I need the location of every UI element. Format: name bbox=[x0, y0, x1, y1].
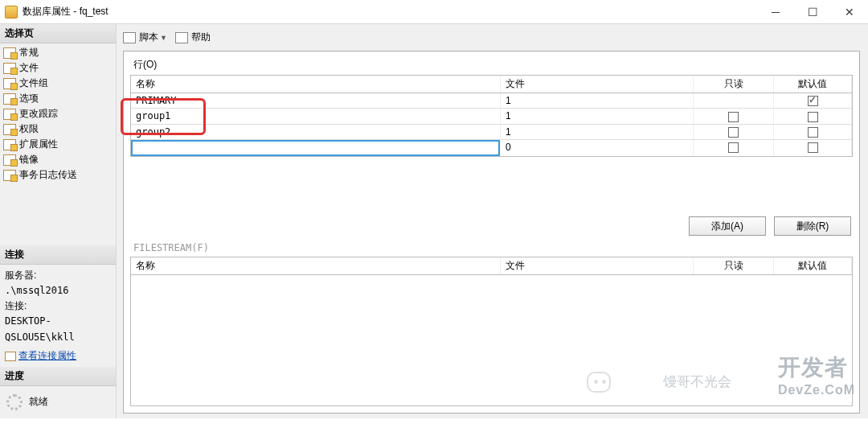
sidebar-item-label: 文件 bbox=[19, 61, 39, 75]
grid-header: 名称 文件 只读 默认值 bbox=[131, 76, 852, 93]
sidebar-item-extended[interactable]: 扩展属性 bbox=[0, 137, 116, 152]
empty-area bbox=[131, 275, 852, 423]
progress-header: 进度 bbox=[0, 367, 116, 386]
page-icon bbox=[3, 170, 16, 181]
minimize-button[interactable]: ─ bbox=[757, 0, 794, 24]
page-icon bbox=[3, 47, 16, 59]
cell-default[interactable] bbox=[774, 93, 852, 108]
sidebar-item-label: 文件组 bbox=[19, 76, 48, 90]
titlebar: 数据库属性 - fq_test ─ ☐ ✕ bbox=[0, 0, 868, 24]
help-button[interactable]: 帮助 bbox=[191, 31, 211, 44]
properties-icon bbox=[5, 352, 16, 361]
filestream-grid: 名称 文件 只读 默认值 bbox=[130, 257, 853, 406]
progress-status: 就绪 bbox=[29, 394, 48, 409]
sidebar-item-label: 权限 bbox=[19, 122, 39, 136]
rows-section-label: 行(O) bbox=[133, 58, 853, 72]
filestream-section-label: FILESTREAM(F) bbox=[133, 242, 853, 253]
sidebar-item-changetracking[interactable]: 更改跟踪 bbox=[0, 106, 116, 121]
sidebar-item-filegroups[interactable]: 文件组 bbox=[0, 76, 116, 91]
cell-readonly[interactable] bbox=[694, 109, 774, 123]
sidebar-item-options[interactable]: 选项 bbox=[0, 91, 116, 106]
script-icon bbox=[123, 32, 136, 43]
toolbar: 脚本 ▼ 帮助 bbox=[123, 29, 860, 51]
cell-files: 1 bbox=[501, 109, 694, 123]
page-icon bbox=[3, 78, 16, 89]
view-connection-properties-link[interactable]: 查看连接属性 bbox=[18, 350, 76, 361]
page-icon bbox=[3, 154, 16, 166]
sidebar-item-logshipping[interactable]: 事务日志传送 bbox=[0, 167, 116, 183]
sidebar-item-files[interactable]: 文件 bbox=[0, 60, 116, 76]
col-default[interactable]: 默认值 bbox=[774, 76, 852, 93]
page-icon bbox=[3, 109, 16, 120]
content-area: 行(O) 名称 文件 只读 默认值 PRIMARY 1 bbox=[123, 51, 860, 414]
sidebar-item-label: 事务日志传送 bbox=[19, 168, 77, 182]
cell-name: PRIMARY bbox=[131, 93, 501, 108]
cell-default[interactable] bbox=[774, 109, 852, 123]
col-readonly[interactable]: 只读 bbox=[694, 76, 774, 93]
cell-readonly[interactable] bbox=[694, 140, 774, 156]
progress-spinner-icon bbox=[6, 394, 23, 410]
table-row[interactable]: group2 1 bbox=[131, 125, 852, 140]
cell-readonly bbox=[694, 93, 774, 108]
sidebar-item-label: 更改跟踪 bbox=[19, 107, 58, 121]
cell-default[interactable] bbox=[774, 140, 852, 156]
sidebar-item-label: 镜像 bbox=[19, 153, 39, 167]
sidebar-item-label: 常规 bbox=[19, 46, 39, 60]
conn-label: 连接: bbox=[5, 298, 111, 314]
watermark-ghost-text: 馒哥不光会 bbox=[663, 372, 731, 391]
connection-header: 连接 bbox=[0, 245, 116, 265]
sidebar-item-mirroring[interactable]: 镜像 bbox=[0, 152, 116, 167]
col-name[interactable]: 名称 bbox=[131, 257, 501, 274]
checkbox-icon[interactable] bbox=[808, 96, 818, 106]
page-icon bbox=[3, 93, 16, 105]
sidebar-item-label: 选项 bbox=[19, 92, 39, 105]
col-file[interactable]: 文件 bbox=[501, 76, 694, 93]
table-row-new[interactable]: 0 bbox=[131, 140, 852, 156]
cell-name-edit[interactable] bbox=[131, 140, 501, 156]
page-list: 常规 文件 文件组 选项 更改跟踪 权限 扩展属性 镜像 事务日志传送 bbox=[0, 43, 116, 184]
sidebar-item-general[interactable]: 常规 bbox=[0, 45, 116, 60]
col-name[interactable]: 名称 bbox=[131, 76, 501, 93]
window-title: 数据库属性 - fq_test bbox=[23, 5, 757, 19]
select-page-header: 选择页 bbox=[0, 24, 116, 43]
maximize-button[interactable]: ☐ bbox=[794, 0, 831, 24]
close-button[interactable]: ✕ bbox=[831, 0, 868, 24]
cell-default[interactable] bbox=[774, 125, 852, 139]
wechat-icon bbox=[587, 372, 611, 393]
server-value: .\mssql2016 bbox=[5, 283, 111, 298]
name-input[interactable] bbox=[131, 140, 500, 156]
help-icon bbox=[175, 32, 188, 43]
col-file[interactable]: 文件 bbox=[501, 257, 694, 274]
checkbox-icon[interactable] bbox=[808, 112, 818, 122]
col-readonly[interactable]: 只读 bbox=[694, 257, 774, 274]
cell-files: 0 bbox=[501, 140, 694, 156]
cell-files: 1 bbox=[501, 125, 694, 139]
server-label: 服务器: bbox=[5, 268, 111, 283]
checkbox-icon[interactable] bbox=[808, 142, 818, 153]
cell-name: group2 bbox=[131, 125, 501, 139]
script-dropdown-icon[interactable]: ▼ bbox=[160, 34, 167, 42]
connection-info: 服务器: .\mssql2016 连接: DESKTOP-QSLOU5E\kkl… bbox=[0, 265, 116, 367]
cell-name: group1 bbox=[131, 109, 501, 123]
page-icon bbox=[3, 124, 16, 135]
table-row[interactable]: PRIMARY 1 bbox=[131, 93, 852, 109]
checkbox-icon[interactable] bbox=[728, 142, 739, 153]
grid-header: 名称 文件 只读 默认值 bbox=[131, 257, 852, 275]
cell-files: 1 bbox=[501, 93, 694, 108]
cell-readonly[interactable] bbox=[694, 125, 774, 139]
checkbox-icon[interactable] bbox=[728, 112, 739, 122]
script-button[interactable]: 脚本 bbox=[139, 31, 158, 44]
add-button[interactable]: 添加(A) bbox=[689, 216, 766, 236]
checkbox-icon[interactable] bbox=[808, 127, 818, 138]
sidebar-item-permissions[interactable]: 权限 bbox=[0, 121, 116, 137]
remove-button[interactable]: 删除(R) bbox=[774, 216, 851, 236]
checkbox-icon[interactable] bbox=[728, 127, 739, 138]
filegroups-grid: 名称 文件 只读 默认值 PRIMARY 1 group1 1 bbox=[130, 75, 853, 157]
page-icon bbox=[3, 139, 16, 150]
sidebar: 选择页 常规 文件 文件组 选项 更改跟踪 权限 扩展属性 镜像 事务日志传送 … bbox=[0, 24, 117, 418]
col-default[interactable]: 默认值 bbox=[774, 257, 852, 274]
table-row[interactable]: group1 1 bbox=[131, 109, 852, 124]
sidebar-item-label: 扩展属性 bbox=[19, 138, 58, 151]
page-icon bbox=[3, 63, 16, 74]
conn-value: DESKTOP-QSLOU5E\kkll bbox=[5, 314, 111, 344]
